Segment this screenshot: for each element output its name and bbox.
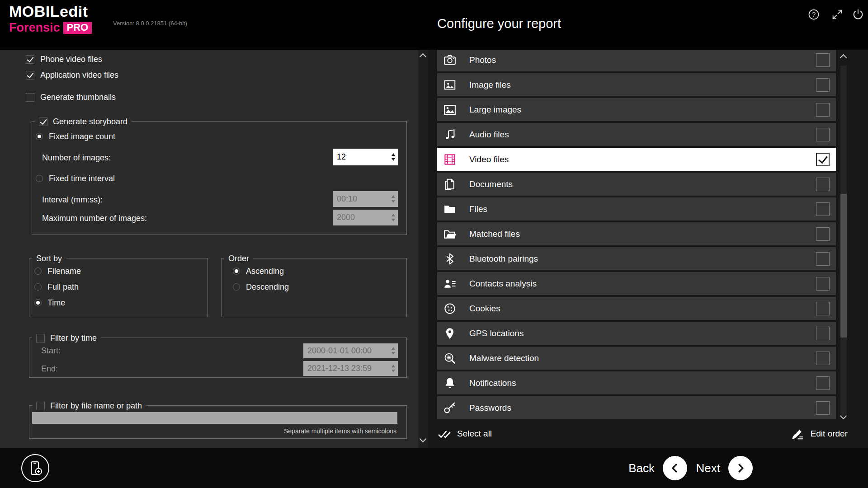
fixed-time-interval-radio[interactable] (36, 175, 43, 182)
fixed-time-interval-row[interactable]: Fixed time interval (36, 174, 115, 183)
report-row-checkbox[interactable] (816, 53, 830, 67)
order-label: Order (228, 254, 249, 263)
spin-up-icon[interactable] (392, 347, 395, 350)
spinner-arrows[interactable] (388, 343, 398, 358)
report-row-checkbox[interactable] (816, 153, 830, 166)
spin-down-icon[interactable] (392, 352, 395, 355)
filter-by-time-label: Filter by time (50, 333, 97, 343)
help-button[interactable]: ? (807, 8, 820, 21)
report-row-checkbox[interactable] (816, 227, 830, 241)
fixed-image-count-row[interactable]: Fixed image count (36, 131, 115, 141)
report-row-label: Photos (469, 55, 816, 65)
scroll-up-icon[interactable] (420, 53, 427, 61)
sort-full-path-radio[interactable] (34, 283, 42, 291)
spin-up-icon[interactable] (392, 214, 395, 216)
report-row-checkbox[interactable] (816, 103, 830, 117)
report-row-photos[interactable]: Photos (437, 48, 836, 71)
order-descending-row[interactable]: Descending (233, 282, 289, 292)
report-row-checkbox[interactable] (816, 277, 830, 291)
phone-video-files-checkbox[interactable] (26, 55, 34, 64)
report-row-checkbox[interactable] (816, 302, 830, 315)
spin-down-icon[interactable] (392, 370, 395, 372)
report-row-documents[interactable]: Documents (437, 173, 836, 196)
next-circle[interactable] (728, 456, 753, 480)
generate-storyboard-checkbox[interactable] (39, 117, 47, 126)
report-row-audio-files[interactable]: Audio files (437, 123, 836, 146)
sort-filename-radio[interactable] (34, 267, 42, 275)
interval-spinner[interactable]: 00:10 (333, 191, 398, 207)
scrollbar-thumb[interactable] (840, 194, 847, 338)
generate-thumbnails-checkbox[interactable] (26, 93, 34, 102)
sort-time-row[interactable]: Time (34, 298, 65, 308)
number-of-images-value: 12 (333, 149, 388, 165)
add-device-button[interactable] (21, 454, 49, 482)
scroll-down-icon[interactable] (420, 436, 427, 443)
next-button[interactable]: Next (696, 448, 753, 488)
spin-down-icon[interactable] (392, 158, 395, 161)
sort-full-path-row[interactable]: Full path (34, 282, 79, 292)
spin-up-icon[interactable] (392, 153, 395, 156)
report-row-checkbox[interactable] (816, 401, 830, 415)
report-row-contacts-analysis[interactable]: Contacts analysis (437, 272, 836, 295)
report-row-checkbox[interactable] (816, 178, 830, 191)
logo-forensic-pro: Forensic PRO (9, 22, 92, 34)
report-row-files[interactable]: Files (437, 197, 836, 221)
filter-start-input[interactable]: 2000-01-01 00:00 (303, 343, 398, 358)
order-ascending-row[interactable]: Ascending (233, 266, 284, 276)
application-video-files-checkbox[interactable] (26, 71, 34, 80)
spin-up-icon[interactable] (392, 195, 395, 198)
max-images-spinner[interactable]: 2000 (333, 210, 398, 225)
power-button[interactable] (852, 8, 864, 21)
report-row-checkbox[interactable] (816, 376, 830, 390)
report-row-checkbox[interactable] (816, 327, 830, 340)
resize-button[interactable] (831, 8, 844, 21)
report-row-matched-files[interactable]: Matched files (437, 222, 836, 245)
video-settings-panel: Phone video files Application video file… (0, 50, 418, 448)
back-circle[interactable] (663, 456, 687, 480)
left-panel-scrollbar[interactable] (418, 50, 428, 448)
select-all-button[interactable]: Select all (437, 427, 492, 441)
max-images-label: Maximum number of images: (42, 213, 147, 223)
report-row-passwords[interactable]: Passwords (437, 396, 836, 419)
report-row-checkbox[interactable] (816, 78, 830, 92)
filter-by-time-legend: Filter by time (32, 332, 101, 344)
spinner-arrows[interactable] (388, 149, 398, 165)
application-video-files-row[interactable]: Application video files (26, 70, 118, 80)
filter-end-input[interactable]: 2021-12-13 23:59 (303, 361, 398, 376)
spinner-arrows[interactable] (388, 210, 398, 225)
spin-up-icon[interactable] (392, 365, 395, 367)
sort-time-radio[interactable] (34, 299, 42, 306)
report-row-bluetooth-pairings[interactable]: Bluetooth pairings (437, 247, 836, 270)
generate-thumbnails-row[interactable]: Generate thumbnails (26, 92, 116, 102)
report-row-malware-detection[interactable]: Malware detection (437, 347, 836, 370)
report-row-gps-locations[interactable]: GPS locations (437, 322, 836, 345)
report-row-checkbox[interactable] (816, 202, 830, 216)
sort-filename-row[interactable]: Filename (34, 266, 81, 276)
spinner-arrows[interactable] (388, 191, 398, 207)
report-list-scrollbar[interactable] (840, 50, 848, 448)
order-descending-radio[interactable] (233, 283, 240, 291)
report-row-cookies[interactable]: Cookies (437, 297, 836, 320)
filter-by-name-checkbox[interactable] (36, 402, 45, 410)
number-of-images-label: Number of images: (42, 153, 111, 163)
report-row-large-images[interactable]: Large images (437, 98, 836, 121)
back-button[interactable]: Back (628, 448, 687, 488)
report-row-checkbox[interactable] (816, 252, 830, 266)
fixed-image-count-radio[interactable] (36, 133, 43, 140)
report-row-checkbox[interactable] (816, 128, 830, 141)
report-row-image-files[interactable]: Image files (437, 73, 836, 96)
spin-down-icon[interactable] (392, 200, 395, 203)
image-large-icon (443, 103, 457, 117)
order-ascending-radio[interactable] (233, 267, 240, 275)
spinner-arrows[interactable] (388, 361, 398, 376)
spin-down-icon[interactable] (392, 219, 395, 221)
scroll-up-icon[interactable] (840, 54, 847, 61)
filter-by-name-input[interactable] (32, 412, 397, 424)
report-row-video-files[interactable]: Video files (437, 148, 836, 171)
report-row-checkbox[interactable] (816, 352, 830, 365)
image-icon (443, 78, 457, 92)
report-row-notifications[interactable]: Notifications (437, 371, 836, 394)
number-of-images-spinner[interactable]: 12 (333, 149, 398, 165)
phone-video-files-row[interactable]: Phone video files (26, 54, 102, 64)
filter-by-time-checkbox[interactable] (36, 334, 45, 343)
